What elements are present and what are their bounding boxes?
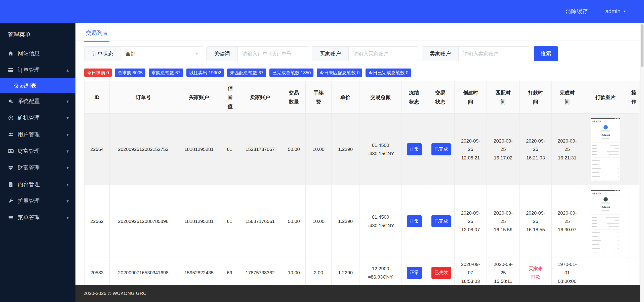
- nav-menu-icon: ≡: [595, 179, 596, 181]
- trade-status-badge: 已失效: [431, 267, 451, 279]
- footer: 2020-2025 © WUKONG GRC: [75, 285, 640, 302]
- table-row: 22564 2020092512082152753 18181295281 61…: [85, 114, 639, 185]
- vertical-scrollbar-track[interactable]: [640, 23, 644, 302]
- col-header-paid: 打款时间: [520, 81, 552, 114]
- col-header-order-no: 订单号: [110, 81, 177, 114]
- receipt-cell-empty: [583, 257, 628, 288]
- col-header-qty: 交易数量: [282, 81, 306, 114]
- topbar: 清除缓存 admin ▼: [0, 0, 644, 23]
- sidebar-item-wealth-management-2[interactable]: 财富管理 ▼: [0, 159, 75, 176]
- clear-cache-button[interactable]: 清除缓存: [566, 8, 588, 15]
- wrench-icon: [8, 198, 14, 204]
- stat-badge-completed-count: 已完成总笔数:1850: [269, 69, 313, 77]
- trade-status-badge: 已完成: [431, 143, 451, 155]
- col-header-seller: 卖家账户: [238, 81, 282, 114]
- sidebar-item-miner-management[interactable]: 矿机管理 ▼: [0, 110, 75, 126]
- sidebar-item-system-config[interactable]: 系统配置 ▼: [0, 93, 75, 110]
- caret-down-icon: ▼: [66, 199, 69, 203]
- seller-account-input[interactable]: [459, 47, 529, 61]
- col-header-credit: 信誉值: [221, 81, 238, 114]
- col-header-created: 创建时间: [455, 81, 487, 114]
- sidebar-item-user-management[interactable]: 用户管理 ▼: [0, 126, 75, 143]
- order-status-select[interactable]: 全部 ▼: [121, 47, 203, 61]
- payment-receipt-image[interactable]: ‹ 账单详情 -430.15: [591, 118, 620, 181]
- freeze-status-badge: 正常: [407, 215, 422, 227]
- nav-home-icon: ▢: [604, 251, 606, 253]
- sidebar-item-site-info[interactable]: 网站信息: [0, 45, 75, 62]
- heart-pulse-icon: [8, 165, 14, 171]
- buyer-not-paid-text: 买家未打款: [520, 257, 552, 288]
- home-icon: [8, 51, 14, 56]
- caret-down-icon: ▼: [66, 99, 69, 104]
- col-header-trade-status: 交易状态: [426, 81, 455, 114]
- receipt-amount: -430.15: [591, 205, 620, 209]
- main-content: 交易列表 订单状态 全部 ▼ 关键词 买家账户 卖家账户 搜索 今日求购:0 总…: [75, 23, 640, 302]
- stat-badge-buy-count: 求购总笔数:67: [149, 69, 183, 77]
- order-status-label: 订单状态: [85, 47, 121, 61]
- receipt-amount: -430.15: [591, 132, 620, 137]
- stat-badge-unmatched-count: 未匹配总笔数:67: [227, 69, 266, 77]
- caret-down-icon: ▼: [66, 216, 69, 220]
- table-row: 20583 2020090716530341698 15952822435 69…: [85, 257, 639, 288]
- stats-badges: 今日求购:0 总求购:8005 求购总笔数:67 以往卖出:19902 未匹配总…: [84, 69, 640, 77]
- money-bill-icon: [8, 148, 14, 154]
- col-header-total: 交易总额: [359, 81, 402, 114]
- stat-badge-today-unmatched: 今日未匹配总笔数:0: [317, 69, 362, 77]
- payment-receipt-image[interactable]: ‹ 账单详情 -430.15: [591, 190, 620, 253]
- table-header-row: ID 订单号 买家账户 信誉值 卖家账户 交易数量 手续费 单价 交易总额 冻结…: [85, 81, 639, 114]
- tab-trade-list[interactable]: 交易列表: [84, 29, 109, 42]
- receipt-avatar: [603, 197, 608, 202]
- trade-status-badge: 已完成: [431, 215, 451, 227]
- back-chevron-icon: ‹: [592, 192, 593, 195]
- caret-down-icon: ▼: [66, 116, 69, 120]
- col-header-freeze-status: 冻结状态: [402, 81, 426, 114]
- col-header-buyer: 买家账户: [177, 81, 221, 114]
- sidebar-item-order-management[interactable]: 订单管理 ▲: [0, 62, 75, 78]
- caret-down-icon: ▼: [66, 166, 69, 170]
- table-row: 22562 2020092512080785896 18181295281 61…: [85, 185, 639, 257]
- credit-card-icon: [8, 67, 14, 73]
- sidebar-item-wealth-management-1[interactable]: 财富管理 ▼: [0, 143, 75, 159]
- caret-down-icon: ▼: [66, 132, 69, 137]
- search-button[interactable]: 搜索: [534, 46, 558, 61]
- menu-bars-icon: [8, 215, 14, 220]
- vertical-scrollbar-thumb[interactable]: [641, 24, 643, 67]
- stat-badge-total-buy: 总求购:8005: [115, 69, 145, 77]
- caret-down-icon: ▼: [66, 149, 69, 153]
- col-header-price: 单价: [332, 81, 359, 114]
- keyword-input[interactable]: [238, 47, 309, 61]
- order-status-group: 订单状态 全部 ▼: [84, 46, 203, 61]
- users-icon: [8, 132, 14, 137]
- col-header-receipt: 打款图片: [583, 81, 628, 114]
- col-header-finished: 完成时间: [552, 81, 583, 114]
- nav-back-icon: ◁: [615, 179, 616, 181]
- buyer-account-input[interactable]: [349, 47, 419, 61]
- filter-bar: 订单状态 全部 ▼ 关键词 买家账户 卖家账户 搜索: [84, 46, 640, 61]
- nav-home-icon: ▢: [604, 179, 606, 181]
- sidebar-item-extension-management[interactable]: 扩展管理 ▼: [0, 193, 75, 209]
- keyword-group: 关键词: [206, 46, 309, 61]
- seller-account-label: 卖家账户: [422, 47, 459, 61]
- nav-menu-icon: ≡: [595, 251, 596, 253]
- actions-cell: [628, 114, 639, 185]
- file-icon: [8, 182, 14, 187]
- stat-badge-today-completed: 今日已完成总笔数:0: [366, 69, 411, 77]
- freeze-status-badge: 正常: [407, 267, 422, 279]
- sidebar: 管理菜单 网站信息 订单管理 ▲ 交易列表 系统配置 ▼ 矿机管理 ▼ 用户管理: [0, 23, 75, 302]
- sidebar-item-content-management[interactable]: 内容管理 ▼: [0, 176, 75, 193]
- trade-table: ID 订单号 买家账户 信誉值 卖家账户 交易数量 手续费 单价 交易总额 冻结…: [84, 81, 640, 288]
- gears-icon: [8, 98, 14, 104]
- buyer-account-label: 买家账户: [312, 47, 349, 61]
- sidebar-item-menu-management[interactable]: 菜单管理 ▼: [0, 209, 75, 226]
- keyword-label: 关键词: [207, 47, 238, 61]
- col-header-matched: 匹配时间: [487, 81, 520, 114]
- admin-dropdown[interactable]: admin ▼: [605, 8, 626, 15]
- actions-cell: [628, 257, 639, 288]
- sidebar-subitem-trade-list[interactable]: 交易列表: [0, 78, 75, 93]
- receipt-avatar: [603, 125, 608, 129]
- freeze-status-badge: 正常: [407, 143, 422, 155]
- sidebar-title: 管理菜单: [0, 23, 75, 45]
- col-header-actions: 操作: [628, 81, 639, 114]
- admin-username: admin: [605, 8, 620, 15]
- stat-badge-past-sold: 以往卖出:19902: [186, 69, 224, 77]
